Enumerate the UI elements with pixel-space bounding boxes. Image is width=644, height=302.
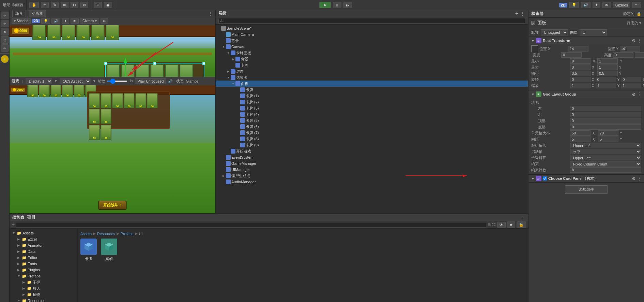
hierarchy-item-4[interactable]: ▼ 卡牌面板 (216, 50, 528, 56)
star-btn[interactable]: ★ (507, 221, 515, 228)
tree-item-8[interactable]: ▶📁子弹 (10, 279, 77, 285)
spacing-y-input[interactable] (598, 136, 618, 142)
tree-arrow-10[interactable]: ▶ (22, 293, 26, 296)
hand-tool[interactable]: ✋ (29, 2, 39, 8)
tree-arrow-2[interactable]: ▶ (17, 244, 21, 247)
play-button[interactable]: ▶ (319, 2, 331, 8)
tree-arrow-4[interactable]: ▶ (17, 256, 21, 259)
tree-item-7[interactable]: ▼📁Prefabs (10, 273, 77, 279)
grid-layout-header[interactable]: ▼ ⊞ Grid Layout Group ⚙ ⋮ (528, 90, 644, 98)
tree-arrow-7[interactable]: ▼ (17, 274, 21, 278)
anchor-min-x[interactable] (570, 58, 591, 64)
object-active-checkbox[interactable]: ✓ (531, 21, 535, 25)
tree-item-5[interactable]: ▶📁Fonts (10, 261, 77, 267)
tree-item-1[interactable]: ▶📁Excel (10, 236, 77, 242)
tree-arrow-0[interactable]: ▼ (12, 231, 16, 235)
project-title-label[interactable]: 项目 (27, 214, 35, 220)
tree-item-4[interactable]: ▶📁Editor (10, 255, 77, 261)
tree-item-3[interactable]: ▶📁Data (10, 248, 77, 255)
hierarchy-search[interactable] (218, 18, 525, 24)
gc-3[interactable]: 50 (62, 85, 73, 97)
scale-tool[interactable]: ⊞ (61, 2, 68, 8)
grid-gear-icon[interactable]: ⚙ (632, 92, 636, 97)
pos-y-input[interactable] (620, 46, 640, 52)
pad-left-input[interactable] (570, 106, 641, 111)
card-slot-2[interactable]: 50 (62, 25, 75, 40)
scene-tab[interactable]: 场景 (12, 10, 26, 17)
gc-0[interactable]: 50 (27, 85, 38, 97)
hierarchy-item-24[interactable]: ▶ 僵尸生成点 (216, 173, 528, 179)
sel-handle-tm[interactable] (153, 62, 156, 65)
rect-gear-icon[interactable]: ⚙ (632, 38, 636, 43)
width-input[interactable] (561, 52, 582, 58)
size-extra[interactable] (635, 52, 644, 58)
tree-item-2[interactable]: ▶📁Animator (10, 242, 77, 248)
hierarchy-item-14[interactable]: 卡牌 (4) (216, 111, 528, 117)
global-toggle[interactable]: ◉ (104, 2, 112, 8)
scale-z[interactable] (621, 83, 641, 88)
hier-expand-arrow-4[interactable]: ▼ (227, 51, 230, 55)
hier-expand-arrow-9[interactable]: ▼ (231, 82, 235, 85)
scene-tab-label[interactable]: 场景 (3, 2, 10, 8)
rect-transform-header[interactable]: ▼ ⊡ Rect Transform ⚙ ⋮ (528, 37, 644, 44)
audio-toggle[interactable]: 🔊 (581, 2, 591, 8)
scene-light-btn[interactable]: 💡 (41, 18, 50, 24)
hierarchy-item-5[interactable]: ▶ 背景 (216, 56, 528, 62)
scale-y[interactable] (596, 83, 616, 88)
gizmos-btn[interactable]: Gizmos (613, 2, 630, 8)
tag-select[interactable]: Untagged (541, 29, 568, 35)
game-display-select[interactable]: Display 1 (26, 78, 52, 84)
pad-top-input[interactable] (570, 118, 641, 124)
search-btn[interactable]: ⋯ (632, 2, 641, 8)
hierarchy-item-18[interactable]: 卡牌 (8) (216, 136, 528, 142)
cell-x-input[interactable] (570, 130, 591, 136)
hierarchy-item-20[interactable]: 开始游戏 (216, 148, 528, 154)
tree-arrow-6[interactable]: ▶ (17, 268, 21, 272)
animator-tab-label[interactable]: 动画器 (12, 2, 24, 8)
gc-4[interactable]: 50 (74, 85, 85, 97)
height-input[interactable] (613, 52, 633, 58)
card-slot-0[interactable]: 50 (32, 25, 46, 40)
step-button[interactable]: ⏭ (343, 2, 352, 8)
hierarchy-more-icon[interactable]: ⋮ (520, 11, 525, 16)
hierarchy-item-17[interactable]: 卡牌 (7) (216, 130, 528, 136)
project-lock-btn[interactable]: 🔒 (517, 221, 526, 228)
gc-2[interactable]: 50 (50, 85, 61, 97)
tree-item-10[interactable]: ▶📁植物 (10, 291, 77, 298)
scene-view-toggle[interactable]: 👁 (602, 2, 611, 8)
pos-x-input[interactable] (568, 46, 588, 52)
hierarchy-item-11[interactable]: 卡牌 (1) (216, 93, 528, 99)
scene-search-btn[interactable]: ⊗ (101, 18, 108, 24)
hierarchy-item-16[interactable]: 卡牌 (6) (216, 124, 528, 130)
scale-x[interactable] (570, 83, 591, 88)
hierarchy-item-3[interactable]: ▼ Canvas (216, 44, 528, 50)
move-tool[interactable]: ✛ (41, 2, 49, 8)
hier-expand-arrow-5[interactable]: ▶ (231, 57, 235, 61)
sel-handle-tr[interactable] (202, 62, 205, 65)
tree-arrow-8[interactable]: ▶ (22, 281, 26, 284)
eye-toggle-btn[interactable]: 👁 (497, 222, 506, 228)
pivot-toggle[interactable]: ⊙ (94, 2, 102, 8)
hierarchy-item-13[interactable]: 卡牌 (3) (216, 105, 528, 111)
constraint-count-input[interactable] (570, 167, 641, 173)
hierarchy-item-6[interactable]: 卡牌 (216, 62, 528, 68)
add-component-btn[interactable]: 添加组件 (565, 185, 608, 194)
cursor-tool[interactable]: ⊹ (1, 12, 9, 19)
hierarchy-item-2[interactable]: 背景 (216, 38, 528, 44)
cell-y-input[interactable] (598, 130, 618, 136)
tree-arrow-11[interactable]: ▼ (17, 299, 21, 302)
static-dropdown[interactable]: 静态的 ▾ (627, 20, 641, 26)
hierarchy-item-7[interactable]: ▶ 进度 (216, 68, 528, 74)
hierarchy-item-1[interactable]: Main Camera (216, 31, 528, 38)
asset-flag[interactable]: 旗帜 (101, 239, 117, 261)
pause-button[interactable]: ⏸ (333, 2, 341, 8)
2d-badge[interactable]: 2D (559, 3, 567, 8)
tree-arrow-1[interactable]: ▶ (17, 238, 21, 241)
hierarchy-item-0[interactable]: SampleScene* (216, 25, 528, 31)
anchor-max-x[interactable] (570, 64, 591, 70)
move-tool-2[interactable]: ✛ (1, 20, 9, 27)
combined-tool[interactable]: ⊠ (80, 2, 88, 8)
rect-tool[interactable]: ⊡ (71, 2, 78, 8)
choose-card-gear[interactable]: ⚙ (632, 176, 636, 181)
card-slot-3[interactable]: 50 (76, 25, 90, 40)
